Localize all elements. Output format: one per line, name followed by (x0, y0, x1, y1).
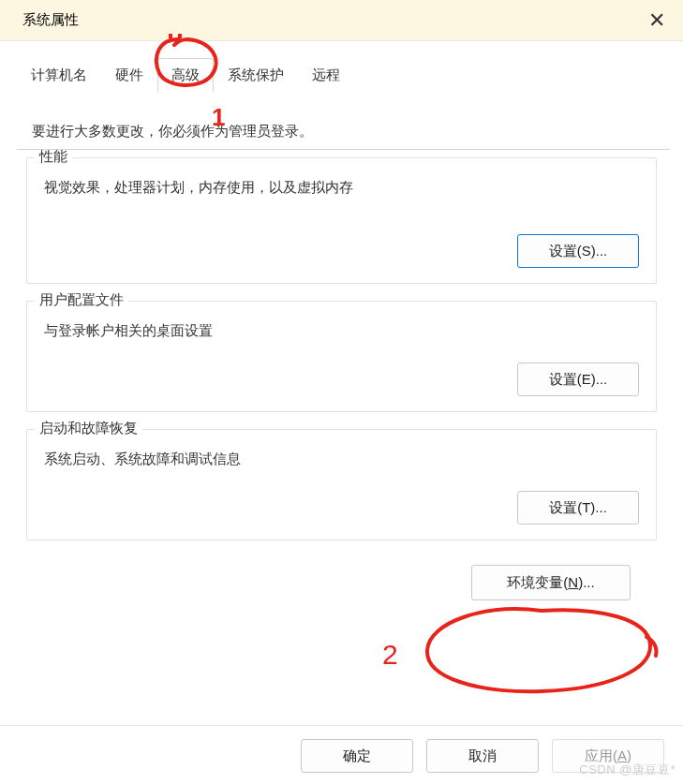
startup-recovery-settings-button[interactable]: 设置(T)... (517, 491, 639, 525)
tab-computer-name[interactable]: 计算机名 (17, 58, 101, 93)
ok-button[interactable]: 确定 (301, 739, 413, 773)
tab-system-protection[interactable]: 系统保护 (214, 58, 298, 93)
group-startup-recovery: 启动和故障恢复 系统启动、系统故障和调试信息 设置(T)... (26, 429, 657, 540)
cancel-button[interactable]: 取消 (426, 739, 539, 773)
group-performance: 性能 视觉效果，处理器计划，内存使用，以及虚拟内存 设置(S)... (26, 157, 657, 284)
env-btn-prefix: 环境变量( (507, 574, 568, 590)
tab-content-advanced: 要进行大多数更改，你必须作为管理员登录。 性能 视觉效果，处理器计划，内存使用，… (0, 93, 683, 610)
tabs: 计算机名 硬件 高级 系统保护 远程 (17, 58, 683, 93)
group-user-profiles: 用户配置文件 与登录帐户相关的桌面设置 设置(E)... (26, 301, 657, 412)
group-performance-title: 性能 (35, 148, 72, 166)
tab-advanced[interactable]: 高级 (157, 58, 214, 93)
environment-variables-button[interactable]: 环境变量(N)... (471, 565, 631, 600)
group-user-profiles-desc: 与登录帐户相关的桌面设置 (44, 322, 639, 340)
apply-suffix: ) (627, 747, 631, 763)
group-user-profiles-title: 用户配置文件 (35, 291, 128, 309)
close-icon[interactable]: ✕ (642, 6, 672, 36)
group-performance-desc: 视觉效果，处理器计划，内存使用，以及虚拟内存 (44, 179, 639, 197)
annotation-circle-2 (410, 599, 673, 703)
admin-login-note: 要进行大多数更改，你必须作为管理员登录。 (32, 123, 651, 141)
tab-remote[interactable]: 远程 (298, 58, 354, 93)
apply-prefix: 应用( (585, 747, 617, 763)
performance-settings-button[interactable]: 设置(S)... (517, 234, 639, 268)
group-startup-recovery-desc: 系统启动、系统故障和调试信息 (44, 451, 639, 468)
annotation-number-2: 2 (382, 639, 398, 671)
group-startup-recovery-title: 启动和故障恢复 (35, 420, 142, 437)
watermark: CSDN @唐豆豆* (579, 762, 676, 778)
window-title: 系统属性 (22, 11, 79, 29)
env-btn-suffix: )... (578, 574, 595, 590)
apply-accel: A (617, 747, 627, 763)
titlebar: 系统属性 ✕ (0, 0, 683, 41)
env-btn-accel: N (568, 574, 578, 590)
user-profiles-settings-button[interactable]: 设置(E)... (517, 362, 639, 396)
tab-hardware[interactable]: 硬件 (101, 58, 157, 93)
